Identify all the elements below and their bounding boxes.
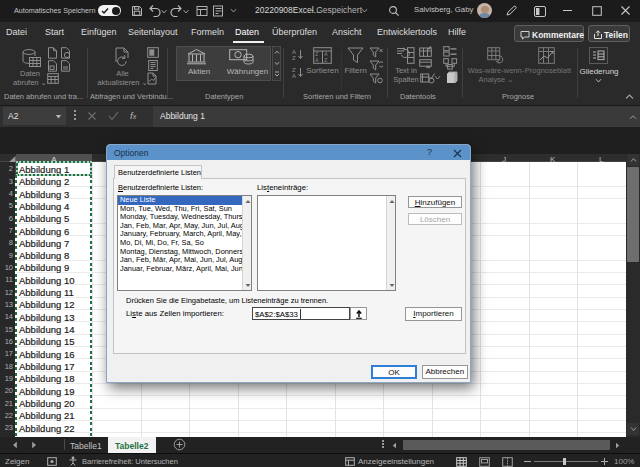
svg-text:A: A [292,73,296,79]
svg-text:A: A [315,57,319,63]
svg-text:A: A [292,49,296,55]
svg-text:Z: Z [324,57,327,63]
svg-text:Z: Z [292,55,296,61]
svg-text:Z: Z [292,67,296,73]
